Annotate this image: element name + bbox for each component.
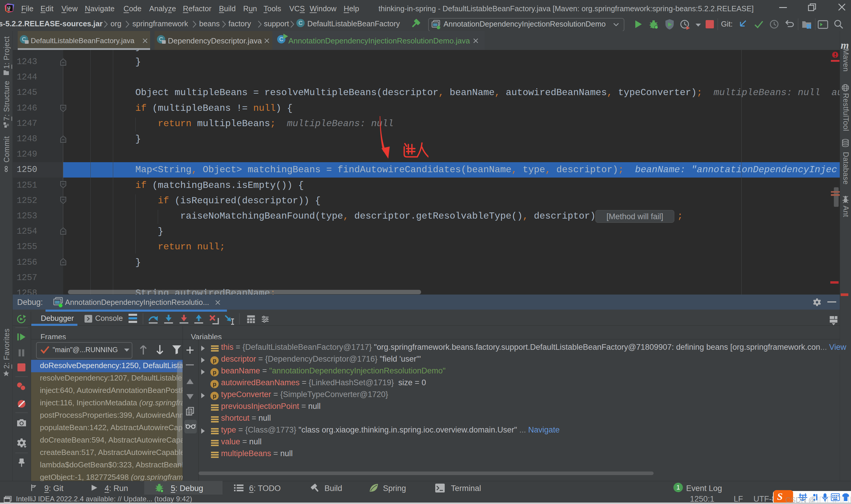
svg-text:IJ: IJ (7, 6, 10, 10)
